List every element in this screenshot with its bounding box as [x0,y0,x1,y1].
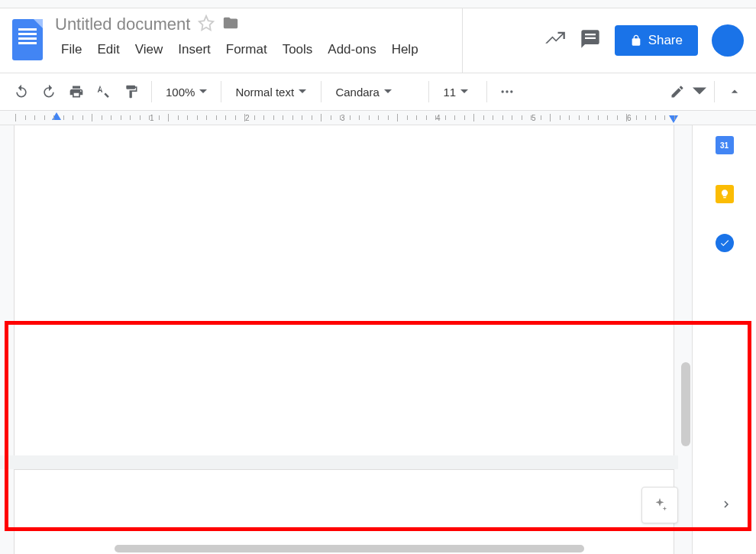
font-dropdown[interactable]: Candara [329,83,421,102]
zoom-dropdown[interactable]: 100% [160,83,213,102]
ruler-tick [588,115,589,120]
menu-insert[interactable]: Insert [172,39,217,60]
ruler-tick [331,115,331,120]
ruler-tick [25,115,26,120]
ruler-tick [312,115,312,120]
ruler-tick [579,115,580,120]
ruler-tick [283,115,283,120]
ruler-tick [435,115,436,120]
ruler-tick [111,115,111,120]
ruler-mark: 4 [436,114,441,122]
ruler-tick [140,115,141,120]
ruler-tick [464,115,465,120]
vertical-scroll-thumb[interactable] [681,362,690,446]
menu-file[interactable]: File [55,39,88,60]
ruler-tick [225,115,226,120]
paint-format-button[interactable] [119,79,144,104]
horizontal-scroll-thumb[interactable] [115,545,584,552]
explore-button[interactable] [641,487,678,523]
ruler-tick [178,115,179,120]
ruler-tick [44,115,45,120]
ruler-tick [645,115,646,120]
font-size-dropdown[interactable]: 11 [437,83,479,102]
ruler-tick [473,114,474,121]
document-title[interactable]: Untitled document [55,15,190,34]
ruler-tick [636,115,637,120]
move-folder-icon[interactable] [222,15,239,34]
ruler-tick [254,115,255,120]
menu-view[interactable]: View [129,39,170,60]
editing-mode-dropdown-icon[interactable] [693,79,706,104]
toolbar-separator [428,81,429,102]
ruler-tick [426,115,427,120]
svg-point-0 [502,90,504,92]
star-icon[interactable] [198,15,215,34]
header-right: Share [544,24,744,57]
keep-icon[interactable] [716,185,734,203]
ruler-mark: 5 [531,114,536,122]
style-dropdown[interactable]: Normal text [229,83,313,102]
ruler-tick [73,115,73,120]
ruler-tick [416,115,417,120]
browser-chrome-top [0,0,756,8]
toolbar-separator [486,81,487,102]
menu-addons[interactable]: Add-ons [321,39,382,60]
horizontal-ruler[interactable]: 1 2 3 4 5 6 [0,111,756,125]
ruler-tick [569,115,570,120]
redo-button[interactable] [37,79,61,104]
calendar-icon[interactable]: 31 [716,136,734,154]
ruler-tick [130,115,131,120]
share-label: Share [648,33,683,48]
undo-button[interactable] [9,79,34,104]
ruler-tick [263,115,264,120]
toolbar-separator [321,81,321,102]
ruler-mark: 1 [150,114,154,122]
expand-side-panel-icon[interactable] [719,497,733,511]
activity-icon[interactable] [544,28,566,53]
share-button[interactable]: Share [615,25,698,56]
document-scroll-area[interactable] [0,125,692,554]
horizontal-scrollbar[interactable] [0,543,678,554]
ruler-tick [159,115,160,120]
header-divider [462,8,463,73]
editing-mode-button[interactable] [665,79,690,104]
more-options-button[interactable] [495,79,519,104]
document-page-1[interactable] [14,125,674,462]
ruler-tick [617,115,618,120]
ruler-tick [369,115,370,120]
ruler-tick [63,115,64,120]
ruler-tick [359,115,360,120]
menu-format[interactable]: Format [220,39,273,60]
menu-edit[interactable]: Edit [91,39,125,60]
toolbar: 100% Normal text Candara 11 [0,73,756,111]
ruler-tick [664,115,665,120]
ruler-tick [197,115,198,120]
spellcheck-button[interactable] [92,79,116,104]
tasks-icon[interactable] [716,234,734,252]
ruler-tick [522,115,522,120]
vertical-scrollbar[interactable] [678,125,692,554]
ruler-tick [292,115,293,120]
collapse-toolbar-button[interactable] [722,79,747,104]
ruler-tick [502,115,503,120]
page-gap [0,455,692,469]
svg-point-1 [506,90,509,92]
menu-tools[interactable]: Tools [276,39,319,60]
user-avatar[interactable] [712,24,744,57]
print-button[interactable] [64,79,89,104]
ruler-tick [445,115,446,120]
ruler-tick [378,115,379,120]
comments-icon[interactable] [580,28,601,53]
docs-logo-icon[interactable] [12,19,43,60]
ruler-tick [34,115,35,120]
ruler-tick [15,114,16,121]
ruler-tick [512,115,512,120]
ruler-tick [397,114,398,121]
ruler-tick [149,115,150,120]
ruler-tick [493,115,493,120]
ruler-tick [560,115,561,120]
menu-help[interactable]: Help [386,39,425,60]
document-page-2[interactable] [14,469,674,554]
ruler-tick [350,115,351,120]
ruler-tick [244,114,245,121]
